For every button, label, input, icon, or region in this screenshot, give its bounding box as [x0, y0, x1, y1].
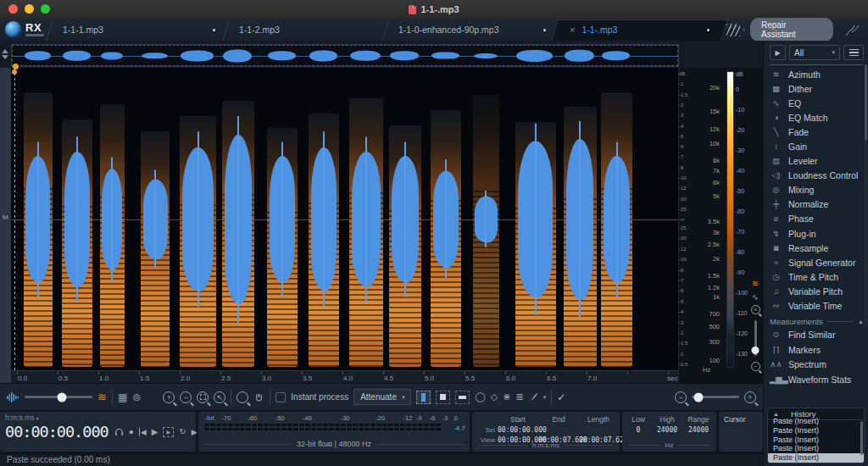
tab-overflow-icon[interactable]: ‹: [726, 24, 745, 36]
magnify-tool-icon[interactable]: [236, 391, 248, 403]
signature-pen-icon[interactable]: [845, 24, 860, 36]
sidebar-module-variable-time[interactable]: ∾Variable Time: [770, 299, 864, 313]
display-options-icon[interactable]: ⊚: [132, 392, 141, 402]
horizontal-zoom-knob[interactable]: [694, 392, 704, 402]
channel-label: M: [3, 214, 8, 221]
time-ruler[interactable]: 0.00.51.01.52.02.53.03.54.04.55.05.56.06…: [11, 370, 678, 384]
history-scrollbar[interactable]: [860, 421, 863, 455]
amp-tick-label: -0.5: [679, 362, 691, 367]
history-item[interactable]: Paste (Insert): [768, 426, 864, 435]
vertical-zoom-slider[interactable]: [754, 320, 757, 356]
playhead-line[interactable]: [14, 68, 15, 370]
file-tab[interactable]: 1-1-0-enhanced-90p.mp3: [387, 19, 558, 41]
sidebar-module-fade[interactable]: ╲Fade: [770, 125, 864, 139]
time-selection-tool[interactable]: [416, 391, 431, 404]
repair-assistant-button[interactable]: Repair Assistant: [750, 18, 833, 42]
zoom-in-icon[interactable]: +: [163, 391, 175, 403]
loop-button[interactable]: ↻: [179, 427, 186, 436]
zoom-out-vertical-icon[interactable]: −: [751, 362, 760, 371]
history-item[interactable]: Paste (Insert): [768, 453, 864, 463]
sidebar-module-azimuth[interactable]: ≋Azimuth: [770, 67, 864, 81]
sidebar-measure-markers[interactable]: ⌈⌉Markers: [770, 342, 864, 358]
spectrogram-canvas[interactable]: [11, 68, 678, 370]
zoom-selection-icon[interactable]: [197, 391, 209, 403]
selection-unit-label: h:m:s.ms: [532, 441, 559, 449]
waveform-overview-strip[interactable]: [11, 44, 679, 67]
sidebar-scrollbar[interactable]: [865, 64, 867, 327]
spectrogram-icon[interactable]: ≋: [97, 391, 107, 402]
tab-close-icon[interactable]: ×: [570, 25, 575, 35]
sidebar-module-dither[interactable]: ▦Dither: [770, 81, 864, 96]
file-tabs: 1-1-1.mp31-1-2.mp31-1-0-enhanced-90p.mp3…: [51, 19, 721, 41]
play-button[interactable]: ▶: [152, 427, 159, 436]
process-mode-select[interactable]: Attenuate ▾: [353, 389, 411, 405]
module-filter-select[interactable]: All ▾: [789, 45, 840, 60]
play-selection-button[interactable]: ▶: [163, 427, 174, 437]
file-tab[interactable]: ×1-1-.mp3: [558, 19, 721, 41]
sidebar-module-phase[interactable]: ⌀Phase: [770, 212, 864, 226]
measurements-header[interactable]: Measurements ▲: [770, 317, 864, 326]
sidebar-controls: ▶ All ▾: [770, 45, 864, 60]
hand-tool-icon[interactable]: [253, 391, 264, 402]
confirm-selection-icon[interactable]: ✓: [557, 391, 565, 403]
signal-generator-icon: ≈: [770, 258, 782, 267]
wave-spectro-blend-slider[interactable]: [25, 396, 92, 398]
wand-star-tool-icon[interactable]: ⋇: [503, 391, 510, 402]
sidebar-module-plug-in[interactable]: ↯Plug-in: [770, 226, 864, 241]
freq-tick-label: 2k: [691, 256, 720, 262]
sidebar-module-normalize[interactable]: ╪Normalize: [770, 197, 864, 212]
sidebar-module-gain[interactable]: ↕Gain: [770, 139, 864, 153]
lasso-tool-icon[interactable]: ◯: [475, 391, 485, 402]
magic-wand-tool-icon[interactable]: ◇: [491, 391, 498, 402]
sidebar-module-signal-generator[interactable]: ≈Signal Generator: [770, 255, 864, 269]
sidebar-module-time-pitch[interactable]: ◷Time & Pitch: [770, 269, 864, 284]
brush-tool-icon[interactable]: [529, 392, 538, 402]
sidebar-module-resample[interactable]: ◙Resample: [770, 241, 864, 255]
zoom-in-vertical-icon[interactable]: +: [751, 305, 760, 314]
waveform-blend-icon[interactable]: [7, 392, 19, 402]
spectrogram-view-icon[interactable]: ≋: [752, 278, 759, 289]
horizontal-zoom-in-icon[interactable]: +: [744, 391, 756, 403]
freq-tick-label: 3.5k: [691, 219, 720, 225]
vertical-zoom-knob[interactable]: [752, 347, 760, 354]
zoom-out-icon[interactable]: −: [180, 391, 192, 403]
sidebar-module-eq[interactable]: ∿EQ: [770, 96, 864, 110]
grid-settings-icon[interactable]: ▦: [118, 392, 127, 402]
blend-slider-knob[interactable]: [58, 392, 67, 402]
sidebar-module-variable-pitch[interactable]: ♫Variable Pitch: [770, 284, 864, 298]
record-button[interactable]: ●: [129, 427, 134, 436]
time-pitch-icon: ◷: [770, 273, 782, 281]
meter-scale-label: -60: [248, 414, 257, 422]
waveform-view-icon[interactable]: ∿: [752, 292, 759, 302]
horizontal-zoom-slider[interactable]: [692, 396, 739, 398]
playhead-handle[interactable]: [12, 69, 17, 75]
sidebar-module-eq-match[interactable]: ◑EQ Match: [770, 110, 864, 125]
time-frequency-selection-tool[interactable]: [436, 391, 450, 404]
measurements-list: ⊙Find Similar⌈⌉Markers∧∧Spectrum▂▆▃Wavef…: [770, 328, 864, 387]
overview-playhead-marker[interactable]: [13, 64, 19, 69]
sidebar-measure-find-similar[interactable]: ⊙Find Similar: [770, 328, 864, 343]
chevron-down-icon[interactable]: ▾: [543, 394, 547, 401]
hamburger-menu-icon[interactable]: [843, 45, 864, 60]
go-to-start-button[interactable]: ◀: [139, 428, 147, 436]
time-format-label[interactable]: h:m:s.ms: [5, 413, 34, 422]
sidebar-module-mixing[interactable]: ◎Mixing: [770, 183, 864, 197]
instant-process-checkbox[interactable]: [275, 392, 286, 402]
sidebar-module-loudness-control[interactable]: ◁)Loudness Control: [770, 169, 864, 183]
file-tab[interactable]: 1-1-1.mp3: [51, 19, 227, 41]
overview-collapse-control[interactable]: [2, 47, 10, 63]
adjust-lines-tool-icon[interactable]: ≣: [515, 391, 523, 402]
sidebar-measure-spectrum[interactable]: ∧∧Spectrum: [770, 358, 864, 373]
monitor-headphones-icon[interactable]: [114, 427, 124, 436]
history-item[interactable]: Paste (Insert): [768, 417, 864, 426]
preview-play-button[interactable]: ▶: [770, 45, 786, 60]
frequency-selection-tool[interactable]: [455, 391, 470, 404]
sidebar-measure-waveform-stats[interactable]: ▂▆▃Waveform Stats: [770, 372, 864, 387]
history-item[interactable]: Paste (Insert): [768, 444, 864, 453]
horizontal-zoom-out-icon[interactable]: −: [675, 391, 687, 403]
time-tick-label: 1.5: [140, 374, 149, 382]
history-item[interactable]: Paste (Insert): [768, 435, 864, 445]
file-tab[interactable]: 1-1-2.mp3: [227, 19, 387, 41]
sidebar-module-leveler[interactable]: ▥Leveler: [770, 154, 864, 169]
zoom-fit-icon[interactable]: ↖: [214, 391, 225, 403]
